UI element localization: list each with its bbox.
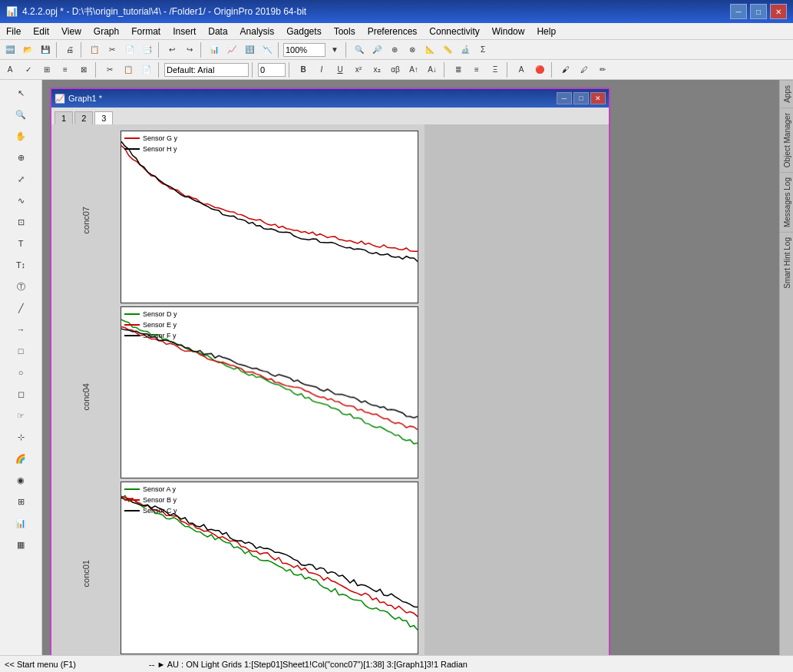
- tb12[interactable]: 📉: [259, 41, 276, 58]
- subscript-btn[interactable]: x₂: [368, 61, 385, 78]
- pick-tool[interactable]: ⊕: [10, 147, 31, 167]
- open-btn[interactable]: 📂: [19, 41, 36, 58]
- tb9[interactable]: 📊: [206, 41, 223, 58]
- menu-tools[interactable]: Tools: [328, 23, 362, 39]
- underline-btn[interactable]: U: [332, 61, 349, 78]
- tb3[interactable]: 📋: [86, 41, 103, 58]
- tb19[interactable]: 🔬: [457, 41, 474, 58]
- fb17[interactable]: 🖌: [557, 61, 574, 78]
- font-size-input[interactable]: [258, 63, 286, 77]
- arrow-draw[interactable]: →: [10, 319, 31, 339]
- zoom-dropdown[interactable]: ▼: [326, 41, 343, 58]
- close-button[interactable]: ✕: [770, 4, 787, 19]
- l6[interactable]: ◉: [10, 470, 31, 490]
- tb18[interactable]: 📏: [439, 41, 456, 58]
- superscript-btn[interactable]: x²: [350, 61, 367, 78]
- graph-window: 📈 Graph1 * ─ □ ✕ 1 2 3 conc07: [50, 88, 610, 655]
- menu-view[interactable]: View: [55, 23, 88, 39]
- tb5[interactable]: 📄: [121, 41, 138, 58]
- object-manager-label[interactable]: Object Manager: [780, 108, 793, 172]
- graph-tab-3[interactable]: 3: [94, 111, 113, 124]
- l3[interactable]: T↕: [10, 255, 31, 275]
- graph-close-btn[interactable]: ✕: [590, 92, 606, 104]
- fb4[interactable]: ≡: [57, 61, 74, 78]
- menu-edit[interactable]: Edit: [27, 23, 55, 39]
- fb14[interactable]: Ξ: [487, 61, 504, 78]
- print-btn[interactable]: 🖨: [61, 41, 78, 58]
- italic-btn[interactable]: I: [313, 61, 330, 78]
- fb18[interactable]: 🖊: [576, 61, 593, 78]
- fb9[interactable]: αβ: [387, 61, 404, 78]
- menu-file[interactable]: File: [0, 23, 27, 39]
- l5[interactable]: ⊹: [10, 427, 31, 447]
- fb6[interactable]: ✂: [101, 61, 118, 78]
- tb8[interactable]: ↪: [181, 41, 198, 58]
- l4[interactable]: Ⓣ: [10, 276, 31, 296]
- fb1[interactable]: A: [2, 61, 18, 78]
- tb11[interactable]: 🔢: [241, 41, 258, 58]
- tb13[interactable]: 🔍: [351, 41, 368, 58]
- color-btn[interactable]: 🌈: [10, 449, 31, 468]
- l9[interactable]: ▦: [10, 535, 31, 554]
- pan-tool[interactable]: ✋: [10, 126, 31, 146]
- hand-tool[interactable]: ☞: [10, 406, 31, 425]
- menu-insert[interactable]: Insert: [167, 23, 202, 39]
- fb11[interactable]: A↓: [424, 61, 441, 78]
- menu-data[interactable]: Data: [202, 23, 233, 39]
- l8[interactable]: 📊: [10, 513, 31, 533]
- rect-tool[interactable]: □: [10, 341, 31, 361]
- apps-panel-label[interactable]: Apps: [780, 80, 793, 108]
- menu-graph[interactable]: Graph: [88, 23, 125, 39]
- text-tool[interactable]: T: [10, 233, 31, 253]
- fb8[interactable]: 📄: [138, 61, 155, 78]
- save-btn[interactable]: 💾: [37, 41, 54, 58]
- rescale-tool[interactable]: ⤢: [10, 169, 31, 189]
- menu-gadgets[interactable]: Gadgets: [280, 23, 327, 39]
- fb2[interactable]: ✓: [20, 61, 37, 78]
- minimize-button[interactable]: ─: [730, 4, 747, 19]
- region-tool[interactable]: ◻: [10, 384, 31, 404]
- font-family-input[interactable]: [164, 63, 249, 77]
- menu-format[interactable]: Format: [125, 23, 167, 39]
- fb13[interactable]: ≡: [468, 61, 485, 78]
- l2[interactable]: ⊡: [10, 212, 31, 232]
- fb12[interactable]: ≣: [450, 61, 467, 78]
- zoom-input[interactable]: [283, 43, 325, 57]
- fb15[interactable]: A: [513, 61, 530, 78]
- zoom-tool[interactable]: 🔍: [10, 104, 31, 124]
- fb3[interactable]: ⊞: [38, 61, 55, 78]
- fb10[interactable]: A↑: [405, 61, 422, 78]
- bold-btn[interactable]: B: [295, 61, 312, 78]
- menu-help[interactable]: Help: [530, 23, 562, 39]
- tb17[interactable]: 📐: [421, 41, 438, 58]
- arrow-tool[interactable]: ↖: [10, 83, 31, 103]
- graph-tab-1[interactable]: 1: [55, 111, 73, 124]
- menu-connectivity[interactable]: Connectivity: [423, 23, 485, 39]
- tb20[interactable]: Σ: [474, 41, 491, 58]
- menu-window[interactable]: Window: [486, 23, 531, 39]
- messages-log-label[interactable]: Messages Log: [780, 172, 793, 232]
- ellipse-tool[interactable]: ○: [10, 362, 31, 382]
- fb19[interactable]: ✏: [594, 61, 611, 78]
- l1[interactable]: ∿: [10, 190, 31, 210]
- maximize-button[interactable]: □: [750, 4, 767, 19]
- smart-hint-log-label[interactable]: Smart Hint Log: [780, 232, 793, 293]
- menu-preferences[interactable]: Preferences: [362, 23, 424, 39]
- fb16[interactable]: 🔴: [531, 61, 548, 78]
- new-btn[interactable]: 🆕: [2, 41, 18, 58]
- graph-tab-2[interactable]: 2: [74, 111, 93, 124]
- tb14[interactable]: 🔎: [368, 41, 385, 58]
- tb15[interactable]: ⊕: [386, 41, 403, 58]
- tb6[interactable]: 📑: [139, 41, 156, 58]
- graph-maximize-btn[interactable]: □: [573, 92, 589, 104]
- fb5[interactable]: ⊠: [75, 61, 92, 78]
- line-tool[interactable]: ╱: [10, 298, 31, 318]
- menu-analysis[interactable]: Analysis: [234, 23, 281, 39]
- tb7[interactable]: ↩: [164, 41, 180, 58]
- l7[interactable]: ⊞: [10, 492, 31, 511]
- fb7[interactable]: 📋: [120, 61, 137, 78]
- tb10[interactable]: 📈: [223, 41, 240, 58]
- graph-minimize-btn[interactable]: ─: [557, 92, 572, 104]
- tb4[interactable]: ✂: [104, 41, 121, 58]
- tb16[interactable]: ⊗: [404, 41, 421, 58]
